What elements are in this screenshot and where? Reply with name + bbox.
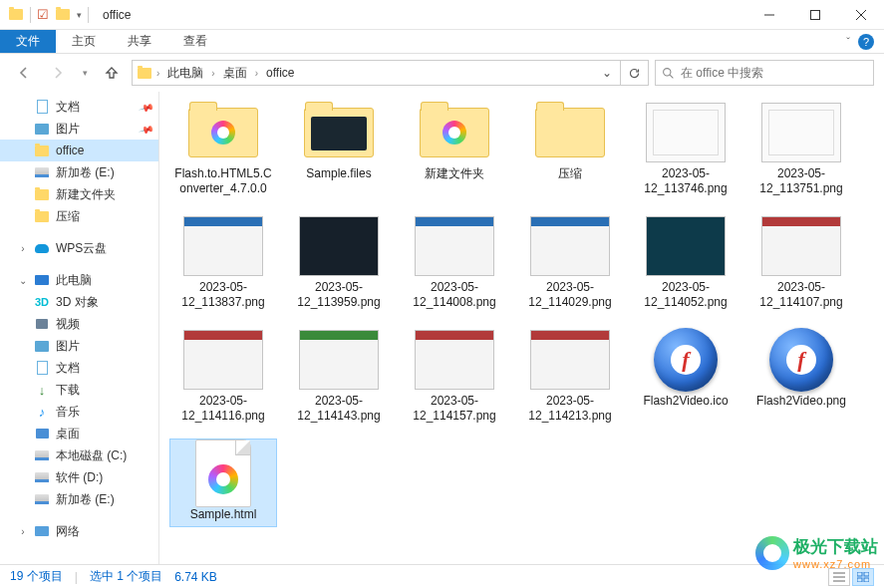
- address-bar: ▾ › 此电脑 › 桌面 › office ⌄: [0, 54, 884, 92]
- breadcrumb-box[interactable]: › 此电脑 › 桌面 › office ⌄: [132, 60, 621, 86]
- navigation-pane[interactable]: 文档📌图片📌office新加卷 (E:)新建文件夹压缩 › WPS云盘 ⌄ 此电…: [0, 92, 159, 564]
- sidebar-item[interactable]: ♪音乐: [0, 401, 158, 423]
- sidebar-item-wps-cloud[interactable]: › WPS云盘: [0, 237, 158, 259]
- sidebar-item-label: 3D 对象: [56, 294, 99, 311]
- download-icon: ↓: [34, 382, 50, 398]
- search-box[interactable]: [655, 60, 874, 86]
- sidebar-item-label: 图片: [56, 338, 80, 355]
- file-item[interactable]: fFlash2Video.ico: [632, 325, 739, 429]
- chevron-down-icon[interactable]: ⌄: [18, 275, 28, 286]
- file-name-label: 2023-05-12_113751.png: [752, 166, 850, 196]
- file-name-label: Flash2Video.ico: [643, 394, 728, 409]
- disk-icon: [34, 164, 50, 180]
- nav-forward-button[interactable]: [44, 59, 72, 87]
- status-selection: 选中 1 个项目: [90, 568, 162, 585]
- sidebar-item[interactable]: 桌面: [0, 423, 158, 444]
- ribbon-tab-home[interactable]: 主页: [56, 30, 112, 53]
- file-item[interactable]: 2023-05-12_113746.png: [632, 98, 739, 201]
- file-item[interactable]: 2023-05-12_114116.png: [169, 325, 277, 429]
- svg-rect-1: [811, 10, 820, 19]
- file-item[interactable]: Sample.html: [169, 439, 277, 527]
- view-icons-button[interactable]: [852, 568, 874, 586]
- chevron-right-icon[interactable]: ›: [18, 526, 28, 537]
- quick-access-toolbar: ☑ ▾ office: [0, 7, 131, 23]
- sidebar-item[interactable]: office: [0, 140, 158, 161]
- file-name-label: 2023-05-12_114213.png: [521, 394, 619, 424]
- file-item[interactable]: Sample.files: [285, 98, 393, 201]
- close-button[interactable]: [838, 0, 884, 30]
- breadcrumb-desktop[interactable]: 桌面: [219, 65, 251, 82]
- sidebar-item[interactable]: 文档📌: [0, 96, 158, 118]
- file-item[interactable]: 2023-05-12_114143.png: [285, 325, 393, 429]
- file-item[interactable]: 新建文件夹: [401, 98, 508, 201]
- help-icon[interactable]: ?: [858, 34, 874, 50]
- file-item[interactable]: 2023-05-12_114157.png: [401, 325, 508, 429]
- file-item[interactable]: fFlash2Video.png: [747, 325, 855, 429]
- sidebar-item[interactable]: 软件 (D:): [0, 466, 158, 488]
- 3d-icon: 3D: [34, 294, 50, 310]
- cloud-icon: [34, 240, 50, 256]
- sidebar-item[interactable]: 3D3D 对象: [0, 291, 158, 313]
- qat-checkbox-icon[interactable]: ☑: [37, 7, 49, 22]
- file-name-label: Flash2Video.png: [756, 394, 846, 409]
- file-list-area[interactable]: Flash.to.HTML5.Converter_4.7.0.0Sample.f…: [159, 92, 884, 564]
- address-dropdown-icon[interactable]: ⌄: [598, 66, 616, 80]
- search-input[interactable]: [681, 66, 867, 80]
- sidebar-item-this-pc[interactable]: ⌄ 此电脑: [0, 269, 158, 291]
- minimize-button[interactable]: [746, 0, 792, 30]
- svg-rect-11: [864, 572, 869, 576]
- file-item[interactable]: Flash.to.HTML5.Converter_4.7.0.0: [169, 98, 277, 201]
- file-item[interactable]: 2023-05-12_113751.png: [747, 98, 855, 201]
- file-name-label: Flash.to.HTML5.Converter_4.7.0.0: [174, 166, 272, 196]
- sidebar-item[interactable]: 图片: [0, 335, 158, 357]
- breadcrumb-folder-icon: [137, 65, 152, 81]
- refresh-button[interactable]: [621, 60, 649, 86]
- chevron-right-icon[interactable]: ›: [18, 243, 28, 254]
- sidebar-item[interactable]: 新加卷 (E:): [0, 161, 158, 183]
- status-item-count: 19 个项目: [10, 568, 63, 585]
- breadcrumb-current[interactable]: office: [262, 66, 298, 80]
- video-icon: [34, 316, 50, 332]
- nav-up-button[interactable]: [98, 59, 126, 87]
- sidebar-item[interactable]: 本地磁盘 (C:): [0, 444, 158, 466]
- chevron-right-icon[interactable]: ›: [211, 68, 214, 79]
- sidebar-item[interactable]: ↓下载: [0, 379, 158, 401]
- ribbon-tab-share[interactable]: 共享: [112, 30, 167, 53]
- folder-icon: [34, 208, 50, 224]
- titlebar: ☑ ▾ office: [0, 0, 884, 30]
- file-item[interactable]: 2023-05-12_113959.png: [285, 211, 393, 315]
- ribbon-tab-view[interactable]: 查看: [167, 30, 223, 53]
- disk-icon: [34, 469, 50, 485]
- disk-icon: [34, 447, 50, 463]
- view-details-button[interactable]: [828, 568, 850, 586]
- folder-icon: [34, 186, 50, 202]
- file-item[interactable]: 2023-05-12_114029.png: [516, 211, 624, 315]
- sidebar-item[interactable]: 图片📌: [0, 118, 158, 140]
- file-item[interactable]: 2023-05-12_114008.png: [401, 211, 508, 315]
- chevron-right-icon[interactable]: ›: [255, 68, 258, 79]
- disk-icon: [34, 491, 50, 507]
- svg-rect-10: [857, 572, 862, 576]
- ribbon-expand-icon[interactable]: ˇ: [846, 36, 850, 48]
- sidebar-item[interactable]: 新加卷 (E:): [0, 488, 158, 510]
- sidebar-item[interactable]: 视频: [0, 313, 158, 335]
- sidebar-item[interactable]: 新建文件夹: [0, 183, 158, 205]
- maximize-button[interactable]: [792, 0, 838, 30]
- ribbon-file-tab[interactable]: 文件: [0, 30, 56, 53]
- qat-folder-icon[interactable]: [55, 7, 71, 23]
- nav-back-button[interactable]: [10, 59, 38, 87]
- doc-icon: [34, 360, 50, 376]
- file-item[interactable]: 2023-05-12_114213.png: [516, 325, 624, 429]
- sidebar-item[interactable]: 文档: [0, 357, 158, 379]
- qat-dropdown-icon[interactable]: ▾: [77, 10, 82, 20]
- sidebar-item-network[interactable]: › 网络: [0, 520, 158, 542]
- nav-recent-dropdown[interactable]: ▾: [78, 59, 92, 87]
- file-item[interactable]: 2023-05-12_114107.png: [747, 211, 855, 315]
- chevron-right-icon[interactable]: ›: [156, 68, 159, 79]
- doc-icon: [34, 99, 50, 115]
- breadcrumb-pc[interactable]: 此电脑: [163, 65, 207, 82]
- sidebar-item[interactable]: 压缩: [0, 205, 158, 227]
- file-item[interactable]: 压缩: [516, 98, 624, 201]
- file-item[interactable]: 2023-05-12_113837.png: [169, 211, 277, 315]
- file-item[interactable]: 2023-05-12_114052.png: [632, 211, 739, 315]
